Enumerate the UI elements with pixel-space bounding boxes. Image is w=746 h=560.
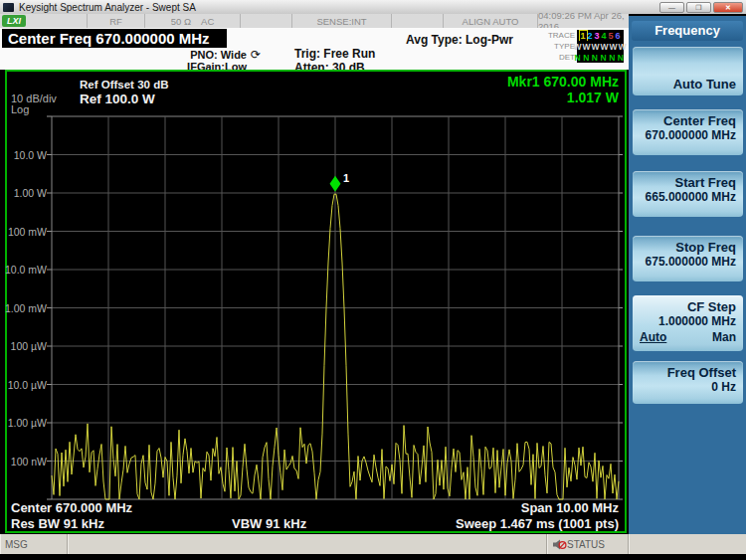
marker-amplitude: 1.017 W — [507, 90, 619, 105]
trigger-readout: Trig: Free Run — [294, 47, 375, 61]
softkey-cf-step[interactable]: CF Step 1.000000 MHz Auto Man — [633, 295, 743, 351]
vbw-annotation: VBW 91 kHz — [232, 516, 306, 531]
softkey-stop-freq[interactable]: Stop Freq 675.000000 MHz — [633, 236, 743, 281]
spectrum-display: 1 10.0 W1.00 W100 mW10.0 mW1.00 mW100 µW… — [5, 70, 627, 533]
y-axis-label: 100 µW — [11, 340, 47, 352]
sweep-annotation: Sweep 1.467 ms (1001 pts) — [456, 516, 619, 531]
status-cell-empty3 — [392, 14, 444, 28]
pno-readout: PNO: Wide — [167, 49, 247, 61]
trace-numbers: 123456 — [577, 30, 624, 41]
softkey-value: 670.000000 MHz — [640, 128, 736, 142]
msg-cell: MSG — [0, 534, 68, 554]
trace-number-3: 3 — [594, 31, 601, 41]
y-axis-label: 100 nW — [11, 456, 47, 467]
menu-title: Frequency — [632, 21, 743, 41]
avg-type-readout: Avg Type: Log-Pwr — [406, 33, 513, 47]
title-bar: Keysight Spectrum Analyzer - Swept SA — … — [0, 0, 746, 14]
app-window: Keysight Spectrum Analyzer - Swept SA — … — [0, 0, 746, 560]
softkey-menu: Frequency Auto Tune Center Freq 670.0000… — [629, 16, 746, 534]
message-area — [68, 534, 547, 554]
status-sense: SENSE:INT — [292, 14, 392, 28]
status-align: ALIGN AUTO — [444, 14, 538, 28]
softkey-center-freq[interactable]: Center Freq 670.000000 MHz — [633, 109, 743, 155]
ref-level-readout: Ref 100.0 W — [80, 92, 155, 106]
status-cell-empty — [28, 14, 88, 28]
status-impedance: 50 Ω — [171, 16, 191, 27]
type-row-label: TYPE — [545, 42, 577, 51]
softkey-start-freq[interactable]: Start Freq 665.000000 MHz — [633, 171, 743, 217]
softkey-value: 1.000000 MHz — [640, 314, 736, 328]
softkey-label: Auto Tune — [673, 77, 736, 92]
softkey-label: CF Step — [640, 299, 736, 314]
softkey-value: 675.000000 MHz — [640, 255, 736, 269]
status-cell-empty2 — [241, 14, 292, 28]
softkey-value: 665.000000 MHz — [640, 190, 736, 204]
trace-number-6: 6 — [615, 31, 622, 41]
trace-number-5: 5 — [608, 31, 615, 41]
y-axis-label: 1.00 µW — [8, 417, 47, 429]
minimize-button[interactable]: — — [659, 2, 684, 13]
status-rf: RF — [88, 14, 145, 28]
y-axis-label: 10.0 mW — [5, 264, 47, 276]
softkey-label: Center Freq — [640, 113, 736, 128]
bottom-status-bar: MSG STATUS — [0, 534, 746, 554]
ref-offset-readout: Ref Offset 30 dB — [80, 79, 168, 91]
trace-number-4: 4 — [601, 31, 608, 41]
center-freq-annotation: Center 670.000 MHz — [11, 500, 132, 515]
marker-readout: Mkr1 670.00 MHz 1.017 W — [507, 74, 619, 105]
app-icon — [3, 3, 14, 12]
y-axis-label: 1.00 W — [14, 187, 47, 199]
bottom-cell-right — [629, 534, 746, 554]
status-datetime: 04:09:26 PM Apr 26, 2016 — [538, 14, 629, 28]
softkey-label: Stop Freq — [640, 240, 736, 255]
lxi-badge: LXI — [2, 15, 26, 27]
softkey-auto-tune[interactable]: Auto Tune — [633, 47, 743, 95]
close-button[interactable]: ✕ — [713, 2, 743, 13]
y-axis-label: 1.00 mW — [5, 302, 47, 314]
window-title: Keysight Spectrum Analyzer - Swept SA — [19, 2, 196, 13]
status-cell: STATUS — [547, 534, 629, 554]
trace-det-values: NNNNNN — [577, 52, 624, 63]
trace-number-1: 1 — [580, 31, 587, 41]
y-axis-label: 10.0 µW — [8, 379, 47, 391]
cf-step-auto-option[interactable]: Auto — [640, 330, 666, 344]
status-label: STATUS — [567, 539, 605, 550]
marker-freq: Mkr1 670.00 MHz — [507, 74, 619, 90]
status-input-coupling: 50 Ω AC — [145, 14, 241, 28]
trace-type-values: WWWWWW — [577, 41, 624, 52]
y-axis-label: 10.0 W — [14, 149, 47, 161]
spectrum-plot: 1 — [7, 72, 625, 531]
y-axis-labels: 10.0 W1.00 W100 mW10.0 mW1.00 mW100 µW10… — [7, 72, 47, 535]
trace-row-label: TRACE — [545, 31, 577, 40]
softkey-label: Start Freq — [640, 175, 736, 190]
marker-1-diamond — [330, 176, 341, 192]
status-strip: LXI RF 50 Ω AC SENSE:INT ALIGN AUTO 04:0… — [0, 14, 629, 28]
marker-1-label: 1 — [343, 172, 349, 184]
active-function-readout: Center Freq 670.000000 MHz — [2, 29, 227, 48]
softkey-value: 0 Hz — [640, 380, 736, 394]
rbw-annotation: Res BW 91 kHz — [11, 516, 104, 531]
speaker-mute-icon — [552, 538, 567, 551]
softkey-freq-offset[interactable]: Freq Offset 0 Hz — [633, 361, 743, 404]
trace-table: TRACE 123456 TYPE WWWWWW DET NNNNNN — [545, 30, 627, 63]
cf-step-man-option[interactable]: Man — [712, 330, 736, 344]
span-annotation: Span 10.00 MHz — [521, 500, 619, 515]
det-row-label: DET — [545, 53, 577, 62]
restore-button[interactable]: ❐ — [686, 2, 711, 13]
annotation-bar: Center Freq 670.000000 MHz PNO: Wide ⟳ I… — [0, 28, 629, 70]
y-axis-label: 100 mW — [8, 226, 47, 238]
status-coupling: AC — [201, 16, 214, 27]
softkey-label: Freq Offset — [640, 365, 736, 380]
trace-number-2: 2 — [587, 31, 594, 41]
pno-loop-icon: ⟳ — [251, 48, 261, 62]
scale-type-readout: Log — [11, 103, 29, 115]
